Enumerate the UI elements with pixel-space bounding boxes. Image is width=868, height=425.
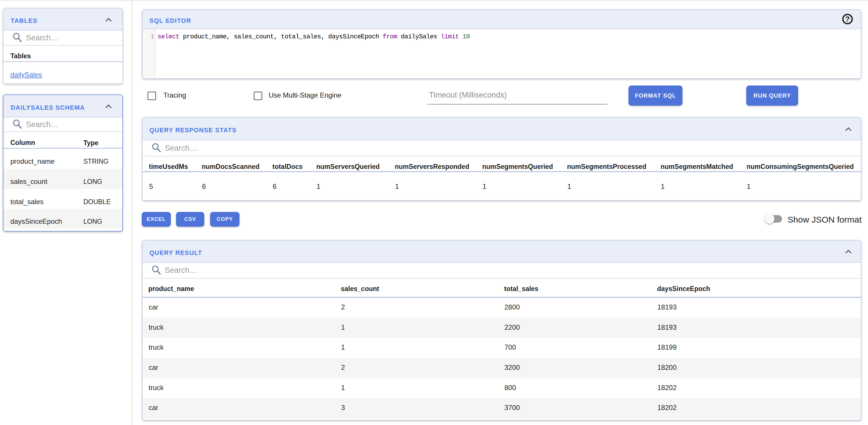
svg-text:?: ?: [845, 15, 850, 23]
